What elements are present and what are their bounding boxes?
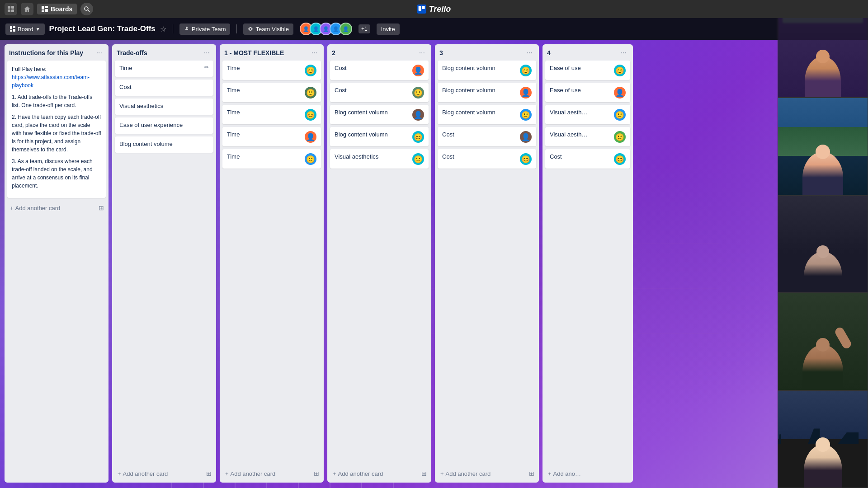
- col-most-flexible: 1 - MOST FLEXIBLE ··· Time 😊 Time 🙂 Time…: [220, 44, 324, 483]
- col3-add-card-button[interactable]: + Add another card: [438, 469, 527, 479]
- card-col4-1[interactable]: Ease of use 😊: [545, 61, 630, 80]
- card-col1-3[interactable]: Time 😊: [222, 105, 321, 124]
- card-col4-2[interactable]: Ease of use 👤: [545, 83, 630, 102]
- card-col4-4-text: Visual aesth…: [550, 131, 611, 139]
- col1-template-button[interactable]: ⊞: [312, 468, 321, 479]
- tradeoffs-template-button[interactable]: ⊞: [204, 468, 213, 479]
- plus-members-badge[interactable]: +1: [359, 24, 370, 33]
- card-col2-2[interactable]: Cost 🙂: [330, 83, 429, 102]
- col2-menu[interactable]: ···: [417, 48, 427, 58]
- col1-menu[interactable]: ···: [310, 48, 319, 58]
- card-col4-3-text: Visual aesth…: [550, 108, 611, 117]
- card-col4-3[interactable]: Visual aesth… 🙂: [545, 105, 630, 124]
- card-col1-1[interactable]: Time 😊: [222, 61, 321, 80]
- card-col3-1[interactable]: Blog content volumn 😊: [438, 61, 536, 80]
- col1-add-card-button[interactable]: + Add another card: [222, 469, 312, 479]
- card-col2-3[interactable]: Blog content volumn 👤: [330, 105, 429, 124]
- card-col3-2[interactable]: Blog content volumn 👤: [438, 83, 536, 102]
- column-header-instructions: Instructions for this Play ···: [5, 44, 108, 61]
- card-col2-1[interactable]: Cost 👤: [330, 61, 429, 80]
- card-col4-2-text: Ease of use: [550, 86, 611, 94]
- star-button[interactable]: ☆: [160, 25, 166, 33]
- card-col2-1-avatar: 👤: [412, 65, 424, 76]
- column-title-instructions: Instructions for this Play: [9, 49, 94, 56]
- svg-rect-12: [422, 6, 425, 9]
- card-col3-2-text: Blog content volumn: [442, 86, 517, 94]
- card-col3-4[interactable]: Cost 👤: [438, 127, 536, 146]
- col3-template-button[interactable]: ⊞: [527, 468, 536, 479]
- team-visible-button[interactable]: Team Visible: [243, 23, 293, 35]
- avatar-5[interactable]: 👤: [340, 23, 352, 35]
- card-col1-3-avatar: 😊: [305, 109, 316, 121]
- video-cell-2: [778, 98, 868, 195]
- card-col3-1-avatar: 😊: [520, 65, 532, 76]
- svg-point-8: [85, 7, 88, 10]
- col2-template-button[interactable]: ⊞: [420, 468, 429, 479]
- card-col4-5[interactable]: Cost 😊: [545, 149, 630, 169]
- card-cost[interactable]: Cost: [115, 80, 213, 96]
- col4-add-card-button[interactable]: + Add ano…: [545, 469, 630, 479]
- svg-rect-15: [13, 29, 15, 32]
- topbar: Boards Trello: [0, 0, 868, 18]
- card-col4-1-text: Ease of use: [550, 64, 611, 72]
- svg-rect-11: [419, 6, 421, 11]
- card-col3-3[interactable]: Blog content volumn 🙂: [438, 105, 536, 124]
- column-title-tradeoffs: Trade-offs: [117, 49, 202, 56]
- card-col3-4-text: Cost: [442, 131, 517, 139]
- card-col2-5[interactable]: Visual aesthetics 🙂: [330, 149, 429, 169]
- instructions-template-button[interactable]: ⊞: [97, 202, 106, 213]
- tradeoffs-add-card-button[interactable]: + Add another card: [115, 469, 204, 479]
- member-avatars: 👤 👤 👤 👤 👤: [298, 23, 352, 35]
- instructions-add-card-button[interactable]: + Add another card: [7, 203, 97, 213]
- boards-button[interactable]: Boards: [37, 4, 77, 14]
- col4-add-label: Add ano…: [553, 470, 581, 477]
- private-team-button[interactable]: Private Team: [179, 23, 231, 35]
- card-col2-5-avatar: 🙂: [412, 153, 424, 165]
- card-col2-4[interactable]: Blog content volumn 😊: [330, 127, 429, 146]
- card-text-time: Time: [119, 64, 202, 72]
- card-col3-5[interactable]: Cost 😊: [438, 149, 536, 169]
- card-ease[interactable]: Ease of user experience: [115, 117, 213, 134]
- card-blog[interactable]: Blog content volume: [115, 136, 213, 153]
- card-col3-5-avatar: 😊: [520, 153, 532, 165]
- card-col4-4[interactable]: Visual aesth… 🙂: [545, 127, 630, 146]
- board-view-button[interactable]: Board ▼: [5, 23, 45, 35]
- col2-add-footer: + Add another card ⊞: [327, 466, 431, 483]
- playbook-link[interactable]: https://www.atlassian.com/team-playbook: [12, 74, 90, 89]
- col3-menu[interactable]: ···: [525, 48, 534, 58]
- col2-add-card-button[interactable]: + Add another card: [330, 469, 420, 479]
- instructions-add-footer: + Add another card ⊞: [5, 201, 108, 217]
- col2-title: 2: [332, 49, 417, 56]
- col4-title: 4: [547, 49, 619, 56]
- instructions-step3: 3. As a team, discuss where each trade-o…: [12, 157, 101, 190]
- tradeoffs-add-card-label: Add another card: [123, 470, 168, 477]
- col-4: 4 ··· Ease of use 😊 Ease of use 👤 Visual…: [542, 44, 633, 483]
- grid-icon[interactable]: [5, 3, 17, 15]
- svg-rect-5: [45, 6, 48, 8]
- card-col1-4-text: Time: [227, 131, 302, 139]
- svg-rect-2: [8, 9, 10, 12]
- column-menu-instructions[interactable]: ···: [94, 48, 104, 58]
- col1-title: 1 - MOST FLEXIBLE: [224, 49, 310, 56]
- card-col1-1-avatar: 😊: [305, 65, 316, 76]
- card-col2-3-text: Blog content volumn: [335, 108, 410, 117]
- card-col3-2-avatar: 👤: [520, 87, 532, 99]
- card-visual[interactable]: Visual aesthetics: [115, 99, 213, 115]
- instructions-step1: 1. Add trade-offs to the Trade-offs list…: [12, 93, 101, 109]
- card-col4-5-avatar: 😊: [614, 153, 626, 165]
- card-col2-3-avatar: 👤: [412, 109, 424, 121]
- card-col1-5[interactable]: Time 🙂: [222, 149, 321, 169]
- search-button[interactable]: [80, 3, 93, 15]
- col4-menu[interactable]: ···: [619, 48, 628, 58]
- card-edit-time[interactable]: ✏: [204, 64, 209, 70]
- invite-button[interactable]: Invite: [377, 23, 400, 35]
- card-time[interactable]: Time ✏: [115, 61, 213, 77]
- card-col3-5-text: Cost: [442, 153, 517, 161]
- team-visible-label: Team Visible: [255, 26, 288, 33]
- card-col1-2[interactable]: Time 🙂: [222, 83, 321, 102]
- video-cell-5: [778, 390, 868, 488]
- card-col1-4[interactable]: Time 👤: [222, 127, 321, 146]
- svg-rect-13: [10, 26, 12, 29]
- column-menu-tradeoffs[interactable]: ···: [202, 48, 212, 58]
- home-icon[interactable]: [21, 3, 33, 15]
